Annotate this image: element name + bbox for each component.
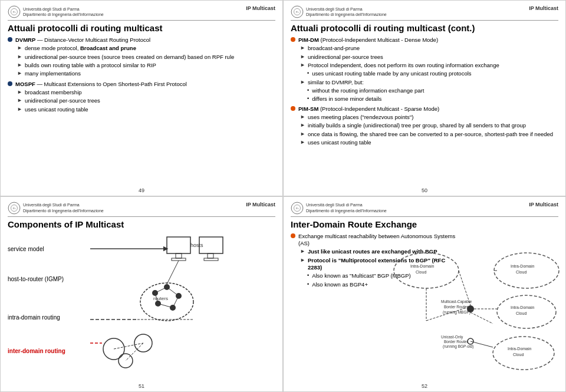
bullet-without: • without the routing information exchan… (291, 87, 558, 94)
dot-2: • (307, 87, 309, 94)
slide-4-title: Inter-Domain Route Exchange (291, 219, 558, 229)
slide-1: Pr Università degli Studi di Parma Dipar… (0, 0, 283, 196)
bullet-once: ► once data is flowing, the shared tree … (291, 131, 558, 138)
svg-text:Intra-Domain: Intra-Domain (511, 264, 535, 268)
svg-text:Unicast-Only: Unicast-Only (441, 335, 463, 340)
dot-d2: • (307, 281, 309, 288)
slide-label-4: IP Multicast (529, 202, 558, 207)
uni-header-left-1: Pr Università degli Studi di Parma Dipar… (8, 5, 104, 18)
bullet-builds-text: builds own routing table with a protocol… (25, 62, 156, 69)
bullet-uses-unicast2: • uses unicast routing table made by any… (291, 70, 558, 77)
slide-label-3: IP Multicast (246, 202, 275, 207)
arrow-d2: ► (300, 257, 305, 264)
slide-3-header: Pr Università degli Studi di Parma Dipar… (8, 202, 275, 217)
bullet-bap-text: broadcast-and-prune (308, 45, 360, 52)
svg-rect-14 (208, 253, 213, 258)
slide-2: Pr Università degli Studi di Parma Dipar… (283, 0, 566, 196)
bullet-also-bgp4-text: Also known as BGP4+ (312, 281, 368, 288)
svg-text:Intra-Domain: Intra-Domain (508, 347, 532, 351)
bullet-uni-src: ► unidirectional per-source trees (291, 54, 558, 61)
svg-text:Pr: Pr (296, 11, 299, 14)
bullet-many-text: many implementations (25, 70, 81, 77)
slide-4: Pr Università degli Studi di Parma Dipar… (283, 196, 566, 393)
comp-service: service model (8, 246, 90, 252)
slide-grid: Pr Università degli Studi di Parma Dipar… (0, 0, 566, 392)
bullet-dense-text: dense mode protocol, Broadcast and prune (25, 45, 136, 52)
svg-line-29 (167, 261, 179, 284)
page-num-1: 49 (139, 187, 144, 193)
svg-rect-9 (167, 237, 190, 253)
arrow-b3: ► (300, 62, 305, 69)
slide-2-title: Attuali protocolli di routing multicast … (291, 23, 558, 33)
bullet-uses-unicast: ► uses unicast routing table (8, 106, 275, 113)
uni-logo-2: Pr (291, 5, 304, 18)
bullet-dvmrp: DVMRP — Distance-Vector Multicast Routin… (8, 37, 275, 44)
svg-text:Border Router: Border Router (444, 340, 469, 344)
bullet-once-text: once data is flowing, the shared tree ca… (308, 131, 553, 138)
bullet-initially-text: initially builds a single (unidirectiona… (308, 122, 526, 129)
arrow-4: ► (17, 70, 22, 77)
svg-rect-11 (172, 258, 186, 261)
svg-line-25 (167, 287, 179, 296)
uni-info-4: Università degli Studi di Parma Dipartim… (306, 202, 387, 213)
comp-intra: intra-domain routing (8, 314, 90, 321)
svg-text:Intra-Domain: Intra-Domain (511, 305, 535, 309)
uni-logo-3: Pr (8, 202, 21, 215)
arrow-1: ► (17, 45, 22, 52)
svg-line-27 (158, 304, 173, 308)
arrow-b2: ► (300, 54, 305, 61)
arrow-c1: ► (300, 114, 305, 121)
bullet-mospf: MOSPF — Multicast Extensions to Open Sho… (8, 81, 275, 88)
svg-line-24 (155, 287, 167, 293)
slide-label-2: IP Multicast (529, 5, 558, 11)
uni-header-left-3: Pr Università degli Studi di Parma Dipar… (8, 202, 104, 215)
arrow-5: ► (17, 89, 22, 96)
uni-info-1: Università degli Studi di Parma Dipartim… (23, 6, 104, 17)
uni-name-2: Università degli Studi di Parma Dipartim… (306, 6, 387, 17)
slide-2-bullets: PIM-DM (Protocol-Independent Multicast -… (291, 37, 558, 146)
page-num-2: 50 (422, 187, 427, 193)
svg-text:Cloud: Cloud (416, 270, 426, 274)
uni-info-2: Università degli Studi di Parma Dipartim… (306, 6, 387, 17)
svg-text:Pr: Pr (296, 206, 299, 209)
uni-name-1: Università degli Studi di Parma Dipartim… (23, 6, 104, 17)
arrow-c3: ► (300, 131, 305, 138)
svg-text:hosts: hosts (190, 242, 203, 248)
uni-name-3: Università degli Studi di Parma Dipartim… (23, 202, 104, 213)
bullet-unidirec2: ► unidirectional per-source trees (8, 97, 275, 104)
bullet-dense: ► dense mode protocol, Broadcast and pru… (8, 45, 275, 52)
bullet-pimdm-text: PIM-DM (Protocol-Independent Multicast -… (298, 37, 438, 44)
dot-1: • (307, 70, 309, 77)
bullet-many: ► many implementations (8, 70, 275, 77)
svg-text:Cloud: Cloud (513, 353, 524, 357)
bullet-mospf-text: MOSPF — Multicast Extensions to Open Sho… (15, 81, 187, 88)
slide-1-title: Attuali protocolli di routing multicast (8, 23, 275, 33)
bullet-meeting: ► uses meeting places ("rendezvous point… (291, 114, 558, 121)
svg-text:Cloud: Cloud (516, 311, 526, 315)
slide-label-1: IP Multicast (246, 5, 275, 11)
arrow-b4: ► (300, 79, 305, 86)
dot-d1: • (307, 272, 309, 279)
bullet-bap: ► broadcast-and-prune (291, 45, 558, 52)
arrow-c4: ► (300, 139, 305, 146)
bullet-uses-unicast3: ► uses unicast routing table (291, 139, 558, 146)
arrow-6: ► (17, 97, 22, 104)
components-content: service model host-to-router (IGMP) intr… (8, 234, 275, 365)
bullet-proto-indep-text: Protocol Independent, does not perform i… (308, 62, 499, 69)
bullet-meeting-text: uses meeting places ("rendezvous points"… (308, 114, 413, 121)
bullet-similar-text: similar to DVMRP, but: (308, 79, 364, 86)
bullet-unidirectional-text: unidirectional per-source trees (source … (25, 54, 234, 61)
page-num-3: 51 (139, 383, 144, 389)
svg-text:Multicast-Capable: Multicast-Capable (441, 299, 472, 304)
inter-domain-svg: Intra-Domain Cloud Intra-Domain Cloud In… (379, 244, 562, 380)
comp-inter: inter-domain routing (8, 348, 90, 354)
slide-3: Pr Università degli Studi di Parma Dipar… (0, 196, 283, 393)
bullet-without-text: without the routing information exchange… (312, 87, 424, 94)
svg-line-64 (470, 312, 493, 324)
svg-line-35 (114, 343, 143, 349)
svg-line-28 (173, 296, 179, 308)
components-labels: service model host-to-router (IGMP) intr… (8, 234, 90, 365)
bullet-circle-2 (8, 81, 12, 86)
bullet-circle-1 (8, 37, 12, 42)
bullet-circle-exchange (291, 233, 295, 238)
